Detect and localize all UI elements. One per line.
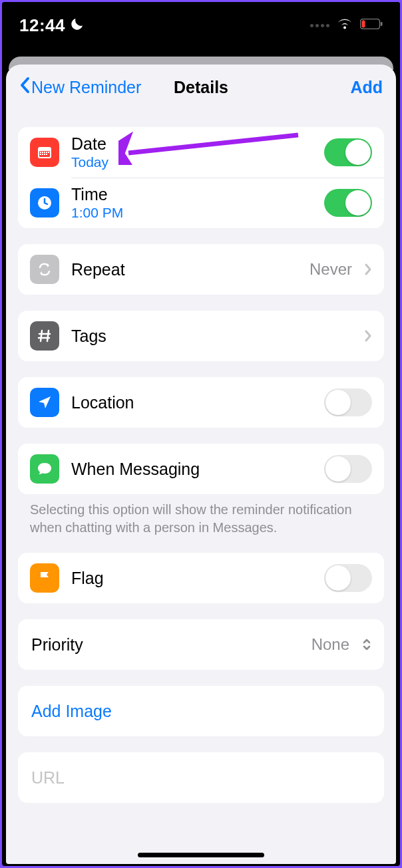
svg-rect-2 bbox=[362, 21, 365, 28]
svg-rect-8 bbox=[46, 152, 47, 153]
time-value: 1:00 PM bbox=[71, 205, 312, 221]
clock-icon bbox=[30, 188, 59, 217]
add-image-row[interactable]: Add Image bbox=[18, 686, 384, 736]
flag-group: Flag bbox=[18, 553, 384, 603]
svg-rect-5 bbox=[40, 152, 41, 153]
add-button[interactable]: Add bbox=[350, 78, 383, 97]
add-image-group: Add Image bbox=[18, 686, 384, 736]
location-row[interactable]: Location bbox=[18, 377, 384, 428]
repeat-label: Repeat bbox=[71, 260, 298, 279]
back-label: New Reminder bbox=[31, 78, 141, 97]
date-toggle[interactable] bbox=[324, 138, 372, 166]
hash-icon bbox=[30, 321, 59, 351]
messaging-row[interactable]: When Messaging bbox=[18, 444, 384, 494]
location-label: Location bbox=[71, 393, 312, 412]
chevron-right-icon bbox=[364, 263, 372, 276]
cellular-icon bbox=[310, 24, 329, 27]
repeat-row[interactable]: Repeat Never bbox=[18, 244, 384, 295]
wifi-icon bbox=[336, 17, 353, 33]
priority-value: None bbox=[311, 635, 349, 654]
status-time: 12:44 bbox=[19, 15, 65, 36]
messaging-note: Selecting this option will show the remi… bbox=[18, 494, 384, 537]
battery-icon bbox=[360, 19, 383, 32]
time-toggle[interactable] bbox=[324, 189, 372, 217]
updown-icon bbox=[361, 637, 372, 652]
messaging-group: When Messaging bbox=[18, 444, 384, 494]
date-row[interactable]: Date Today bbox=[18, 127, 384, 178]
date-value: Today bbox=[71, 154, 312, 170]
datetime-group: Date Today Time 1:00 PM bbox=[18, 127, 384, 228]
speech-bubble-icon bbox=[30, 454, 59, 484]
svg-rect-6 bbox=[42, 152, 43, 153]
url-placeholder: URL bbox=[31, 768, 372, 788]
priority-label: Priority bbox=[31, 635, 300, 654]
flag-row[interactable]: Flag bbox=[18, 553, 384, 603]
messaging-toggle[interactable] bbox=[324, 455, 372, 483]
location-group: Location bbox=[18, 377, 384, 428]
location-toggle[interactable] bbox=[324, 388, 372, 416]
flag-icon bbox=[30, 563, 59, 593]
repeat-group: Repeat Never bbox=[18, 244, 384, 295]
tags-group: Tags bbox=[18, 311, 384, 361]
svg-rect-10 bbox=[40, 154, 41, 155]
back-button[interactable]: New Reminder bbox=[19, 76, 141, 98]
status-bar: 12:44 bbox=[2, 2, 400, 49]
add-image-label: Add Image bbox=[31, 702, 372, 721]
chevron-right-icon bbox=[364, 329, 372, 343]
repeat-value: Never bbox=[309, 260, 352, 279]
time-row[interactable]: Time 1:00 PM bbox=[18, 178, 384, 228]
moon-icon bbox=[69, 16, 85, 35]
svg-rect-11 bbox=[42, 154, 43, 155]
messaging-label: When Messaging bbox=[71, 460, 312, 479]
flag-label: Flag bbox=[71, 569, 312, 588]
svg-rect-1 bbox=[381, 22, 383, 26]
location-arrow-icon bbox=[30, 388, 59, 417]
details-sheet: New Reminder Details Add Date Today bbox=[6, 65, 396, 864]
svg-rect-7 bbox=[44, 152, 45, 153]
svg-rect-9 bbox=[48, 152, 49, 153]
priority-group: Priority None bbox=[18, 619, 384, 670]
url-row[interactable]: URL bbox=[18, 752, 384, 803]
nav-bar: New Reminder Details Add bbox=[6, 65, 396, 110]
time-label: Time bbox=[71, 185, 312, 204]
svg-rect-12 bbox=[44, 154, 45, 155]
flag-toggle[interactable] bbox=[324, 564, 372, 592]
tags-row[interactable]: Tags bbox=[18, 311, 384, 361]
calendar-icon bbox=[30, 138, 59, 167]
priority-row[interactable]: Priority None bbox=[18, 619, 384, 670]
repeat-icon bbox=[30, 255, 59, 284]
svg-rect-13 bbox=[46, 154, 47, 155]
chevron-left-icon bbox=[19, 76, 30, 98]
tags-label: Tags bbox=[71, 327, 352, 346]
date-label: Date bbox=[71, 134, 312, 154]
url-group: URL bbox=[18, 752, 384, 803]
home-indicator[interactable] bbox=[138, 853, 264, 857]
